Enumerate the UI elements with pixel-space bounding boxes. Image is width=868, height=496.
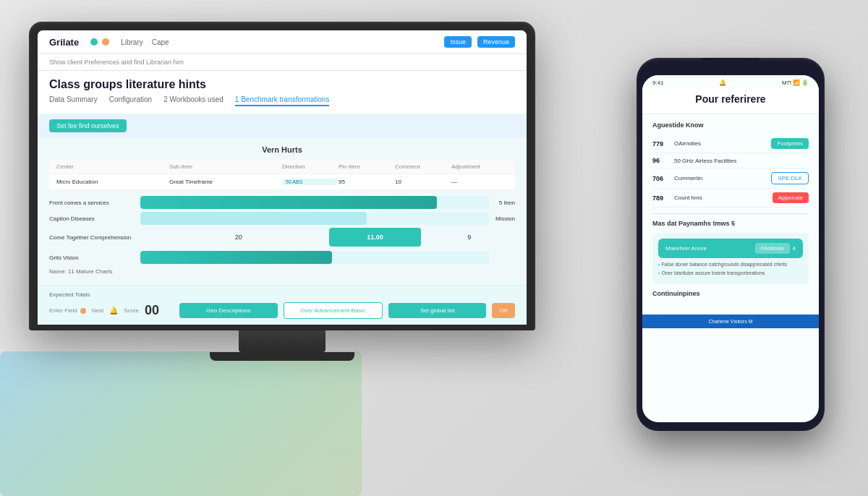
tab-benchmark[interactable]: 1 Benchmark transformations — [235, 95, 330, 106]
phone-page-title: Pour referirere — [652, 93, 809, 105]
sub-header-text: Show client Preferences and find Librari… — [49, 59, 184, 66]
phone-highlight-item[interactable]: Makehrer Anree Footmire 4 — [658, 239, 803, 258]
phone-footer: Charlene Visitors M — [642, 315, 819, 328]
phone-item-text-3: Cummertin — [674, 175, 702, 181]
next-label: Next — [92, 307, 103, 314]
bar-label-1: Front comes a services — [49, 200, 136, 206]
bullet-1: False doner balance catchgrounds disappr… — [658, 261, 803, 268]
ok-button[interactable]: OK — [492, 303, 515, 318]
phone-list-item-2[interactable]: 96 50 GHz Airless Facilities — [652, 153, 809, 168]
nav-cape[interactable]: Cape — [152, 38, 169, 46]
table-row[interactable]: Micro Education Great Timeframe 50 ABS 9… — [49, 174, 515, 190]
main-content: Vern Hurts Center Sub Item Direction Pin… — [38, 138, 527, 285]
revenue-button[interactable]: Revenue — [477, 36, 515, 48]
yellow-dot-icon — [80, 308, 86, 314]
yellow-dot — [102, 38, 109, 46]
bar-track-1 — [140, 196, 489, 209]
status-dots — [90, 38, 109, 46]
background-image — [0, 351, 362, 496]
data-table: Center Sub Item Direction Pin Item Comme… — [49, 160, 515, 190]
advancement-button[interactable]: Over Advancement Basic — [284, 302, 383, 319]
app-logo: Grilate — [49, 37, 79, 48]
col-sub-item: Sub Item — [169, 163, 282, 170]
step1-button[interactable]: Set fee find ourselves — [49, 119, 127, 132]
phone-list-item-4[interactable]: 789 Count hms Apperutie — [652, 189, 809, 208]
phone-item-number-2: 96 — [652, 157, 670, 164]
sub-header: Show client Preferences and find Librari… — [38, 54, 527, 71]
tab-configuration[interactable]: Configuration — [109, 95, 152, 106]
bar-row-2: Caption Diseases Mission — [49, 212, 515, 225]
phone-item-left-1: 779 OAirmities — [652, 140, 701, 147]
bullet-2: Oner blartluter assure trainie transport… — [658, 270, 803, 276]
phone-list-item-3[interactable]: 706 Cummertin SPE.DLK — [652, 168, 809, 189]
col-comment: Comment — [395, 163, 451, 170]
bottom-label: Expected Totals — [49, 291, 515, 298]
score-label: Score — [124, 307, 139, 314]
col-pin-item: Pin Item — [339, 163, 395, 170]
monitor-bezel-bottom — [38, 325, 527, 330]
cell-comment: 10 — [395, 179, 451, 185]
global-list-button[interactable]: Set global list — [388, 303, 486, 318]
phone-footer-text: Charlene Visitors M — [709, 319, 753, 324]
cell-adjustment: — — [451, 179, 508, 185]
nav-right: Issue Revenue — [444, 36, 515, 48]
phone-status-right: M⊓ 📶 🔋 — [782, 80, 809, 86]
desktop-monitor: Grilate Library Cape Issue Revenue — [29, 22, 535, 361]
scene: Grilate Library Cape Issue Revenue — [0, 0, 868, 496]
steps-bar: Set fee find ourselves — [38, 114, 527, 138]
monitor-frame: Grilate Library Cape Issue Revenue — [29, 22, 535, 330]
highlight-count: 4 — [793, 245, 796, 252]
cell-sub-item: Great Timeframe — [169, 179, 282, 185]
cell-center: Micro Education — [56, 179, 169, 185]
page-title: Class groups literature hints — [49, 78, 515, 91]
green-dot — [90, 38, 98, 46]
bar-section: Front comes a services 5 Item Caption Di… — [49, 196, 515, 264]
mobile-phone: 9:41 🔔 M⊓ 📶 🔋 Pour referirere Aguestide … — [637, 58, 825, 431]
phone-section3-title: Continuinpines — [652, 290, 809, 297]
bar-track-4 — [140, 251, 489, 264]
section-header: Vern Hurts — [49, 145, 515, 154]
complex-row: Come Together Comprehension 20 11.00 9 — [49, 228, 515, 247]
phone-item-left-4: 789 Count hms — [652, 194, 702, 202]
page-title-area: Class groups literature hints Data Summa… — [38, 71, 527, 114]
phone-btn-3[interactable]: SPE.DLK — [771, 172, 809, 184]
monitor-stand — [239, 330, 326, 352]
bar-value-1: 5 Item — [493, 200, 515, 206]
monitor-screen: Grilate Library Cape Issue Revenue — [38, 30, 527, 325]
tab-data-summary[interactable]: Data Summary — [49, 95, 98, 106]
phone-content: Aguestide Know 779 OAirmities Footprints… — [642, 114, 819, 310]
footer-note: Name: 11 Mature Charts — [49, 268, 515, 275]
phone-item-text-2: 50 GHz Airless Facilities — [674, 158, 736, 164]
table-header: Center Sub Item Direction Pin Item Comme… — [49, 160, 515, 174]
phone-status-bar: 9:41 🔔 M⊓ 📶 🔋 — [642, 75, 819, 87]
phone-screen: 9:41 🔔 M⊓ 📶 🔋 Pour referirere Aguestide … — [642, 75, 819, 422]
phone-item-text-1: OAirmities — [674, 140, 701, 147]
col-direction: Direction — [282, 163, 339, 170]
phone-item-number-1: 779 — [652, 140, 670, 147]
bottom-controls: Enter Field Next 🔔 Score 00 Geo Descript… — [49, 302, 515, 319]
col-adjustment: Adjustment — [451, 163, 508, 170]
geo-desc-button[interactable]: Geo Descriptions — [179, 303, 277, 318]
phone-btn-1[interactable]: Footprints — [771, 138, 809, 149]
cell-pin-item: 95 — [339, 179, 395, 185]
phone-btn-4[interactable]: Apperutie — [773, 192, 809, 203]
nav-library[interactable]: Library — [121, 38, 143, 46]
phone-list-item-1[interactable]: 779 OAirmities Footprints — [652, 134, 809, 153]
filter-label: Enter Field — [49, 307, 77, 314]
bottom-section: Expected Totals Enter Field Next 🔔 Score… — [38, 285, 527, 325]
bar-label-4: Grits Vision — [49, 255, 136, 261]
issue-button[interactable]: Issue — [444, 36, 472, 48]
bar-track-2 — [140, 212, 489, 225]
monitor-base — [210, 352, 354, 361]
phone-time: 9:41 — [652, 80, 664, 86]
bar-label-3: Come Together Comprehension — [49, 234, 136, 241]
bar-v1: 20 — [235, 234, 326, 241]
filter-area: Enter Field — [49, 307, 86, 314]
nav-items: Library Cape — [121, 38, 433, 46]
phone-item-left-3: 706 Cummertin — [652, 175, 702, 182]
bar-fill-4 — [140, 251, 332, 264]
phone-section1-title: Aguestide Know — [652, 121, 809, 129]
teal-value-box: 11.00 — [329, 228, 420, 247]
highlight-btn[interactable]: Footmire — [755, 243, 790, 254]
tab-workbooks[interactable]: 2 Workbooks used — [163, 95, 224, 106]
